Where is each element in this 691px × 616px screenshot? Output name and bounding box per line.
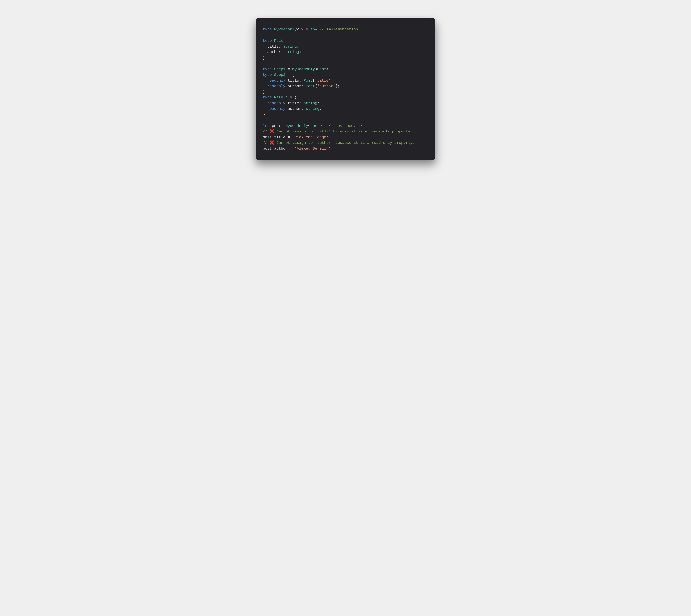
equals: =: [322, 124, 329, 128]
brace-close: }: [263, 112, 265, 117]
brace-open: = {: [288, 95, 297, 100]
code-line: title: string;: [263, 44, 299, 49]
angle-open: <: [308, 124, 310, 128]
semicolon: ;: [319, 107, 322, 111]
keyword-type: type: [263, 73, 272, 77]
code-line: readonly author: Post['author'];: [263, 84, 340, 88]
equals: =: [304, 27, 310, 31]
equals: =: [288, 147, 295, 151]
bracket-close: ]: [335, 84, 338, 88]
type-string: string: [306, 107, 319, 111]
angle-close: >: [326, 67, 329, 71]
comment: Cannot assign to 'author' because it is …: [274, 141, 415, 145]
comment: //: [263, 141, 270, 145]
dot: .: [272, 135, 274, 139]
brace-close: }: [263, 56, 265, 60]
bracket-open: [: [315, 84, 317, 88]
code-line: readonly title: Post['title'];: [263, 79, 335, 83]
property: author: [274, 147, 288, 151]
colon: :: [281, 50, 285, 54]
angle-close: >: [319, 124, 322, 128]
string-literal: 'title': [315, 79, 331, 83]
code-line: }: [263, 56, 265, 60]
property: author: [288, 84, 302, 88]
bracket-open: [: [313, 79, 315, 83]
colon: :: [301, 107, 306, 111]
cross-icon: ❌: [270, 129, 274, 134]
keyword-let: let: [263, 124, 270, 128]
code-line: post.author = 'Alexey Berezin': [263, 147, 331, 151]
type-ref: Post: [306, 84, 315, 88]
equals: =: [285, 135, 292, 139]
comment: // implementation: [319, 27, 358, 31]
semicolon: ;: [333, 79, 335, 83]
code-line: type Result = {: [263, 95, 297, 100]
string-literal: 'author': [317, 84, 335, 88]
comment: //: [263, 129, 270, 134]
variable: post: [263, 147, 272, 151]
colon: :: [299, 79, 304, 83]
keyword-type: type: [263, 27, 272, 31]
type-string: string: [283, 44, 297, 49]
code-line: readonly author: string;: [263, 107, 322, 111]
angle-open: <: [297, 27, 299, 31]
variable: post: [272, 124, 281, 128]
bracket-close: ]: [331, 79, 333, 83]
code-line: post.title = 'Pick challenge': [263, 135, 329, 139]
type-name: Step1: [274, 67, 285, 71]
string-literal: 'Alexey Berezin': [294, 147, 331, 151]
brace-open: = {: [283, 39, 292, 43]
colon: :: [301, 84, 306, 88]
type-ref: MyReadonly: [285, 124, 308, 128]
semicolon: ;: [338, 84, 340, 88]
type-any: any: [310, 27, 317, 31]
colon: :: [299, 101, 304, 105]
property: title: [288, 101, 299, 105]
brace-close: }: [263, 90, 265, 94]
type-ref: Post: [304, 79, 313, 83]
property: title: [274, 135, 285, 139]
angle-close: >: [301, 27, 304, 31]
colon: :: [278, 44, 283, 49]
colon: :: [281, 124, 285, 128]
type-name: Post: [274, 39, 283, 43]
code-line: type Step1 = MyReadonly<Post>: [263, 67, 329, 71]
semicolon: ;: [299, 50, 302, 54]
code-card: type MyReadonly<T> = any // implementati…: [255, 18, 436, 160]
type-name: Step2: [274, 73, 285, 77]
equals: =: [285, 67, 292, 71]
angle-open: <: [315, 67, 317, 71]
code-line: let post: MyReadonly<Post> = /* post bod…: [263, 124, 363, 128]
type-name: Result: [274, 95, 288, 100]
semicolon: ;: [317, 101, 319, 105]
keyword-readonly: readonly: [267, 107, 285, 111]
variable: post: [263, 135, 272, 139]
keyword-type: type: [263, 95, 272, 100]
property: author: [288, 107, 302, 111]
comment: Cannot assign to 'title' because it is a…: [274, 129, 413, 134]
code-line: type MyReadonly<T> = any // implementati…: [263, 27, 358, 31]
cross-icon: ❌: [270, 141, 274, 145]
keyword-readonly: readonly: [267, 79, 285, 83]
property: author: [267, 50, 281, 54]
type-arg: Post: [317, 67, 326, 71]
code-block: type MyReadonly<T> = any // implementati…: [263, 27, 428, 151]
comment: /* post body */: [329, 124, 363, 128]
keyword-readonly: readonly: [267, 84, 285, 88]
code-line: // ❌ Cannot assign to 'author' because i…: [263, 141, 415, 145]
code-line: author: string;: [263, 50, 301, 54]
type-string: string: [285, 50, 299, 54]
property: title: [288, 79, 299, 83]
type-param: T: [299, 27, 302, 31]
code-line: type Post = {: [263, 39, 292, 43]
keyword-readonly: readonly: [267, 101, 285, 105]
type-arg: Post: [310, 124, 319, 128]
property: title: [267, 44, 278, 49]
type-string: string: [304, 101, 317, 105]
keyword-type: type: [263, 67, 272, 71]
semicolon: ;: [297, 44, 299, 49]
code-line: type Step2 = {: [263, 73, 294, 77]
code-line: // ❌ Cannot assign to 'title' because it…: [263, 129, 413, 134]
type-name: MyReadonly: [274, 27, 297, 31]
dot: .: [272, 147, 274, 151]
